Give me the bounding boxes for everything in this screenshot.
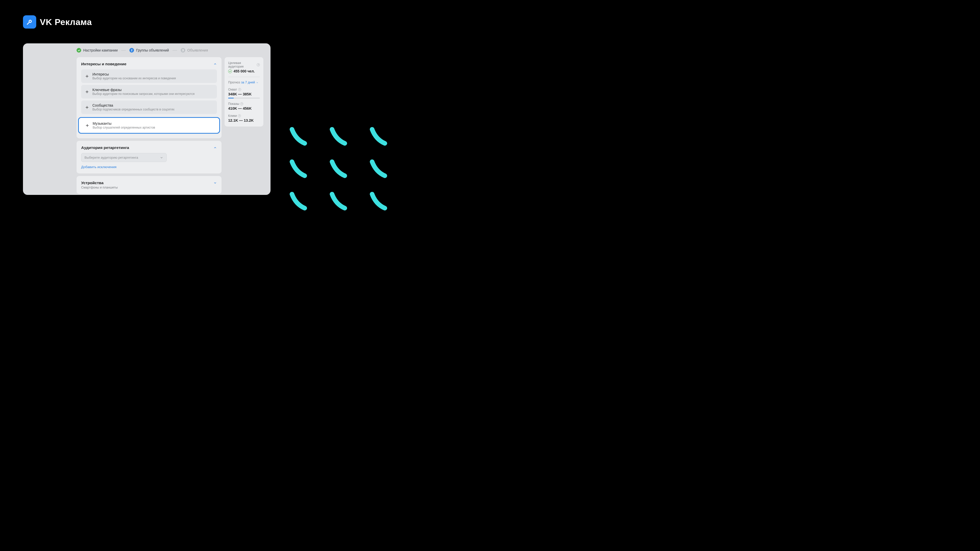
card-title: Интересы и поведение bbox=[81, 62, 126, 66]
stats-card: Целевая аудитория ? 455 000 чел. Прогноз… bbox=[224, 57, 263, 127]
collapse-toggle[interactable] bbox=[213, 146, 217, 149]
step-divider bbox=[172, 50, 177, 51]
audience-value: 455 000 чел. bbox=[234, 69, 255, 73]
help-icon[interactable]: ? bbox=[240, 102, 243, 105]
option-title: Ключевые фразы bbox=[92, 88, 194, 92]
svg-line-2 bbox=[27, 23, 29, 24]
option-desc: Выбор подписчиков определенных сообществ… bbox=[92, 108, 175, 111]
card-title: Устройства bbox=[81, 181, 103, 185]
card-title: Аудитория ретаргетинга bbox=[81, 145, 129, 150]
step-ads[interactable]: 3 Объявления bbox=[181, 48, 208, 52]
expand-toggle[interactable] bbox=[213, 181, 217, 185]
reach-value: 348K — 385K bbox=[228, 92, 260, 96]
step-label: Настройки кампании bbox=[83, 48, 118, 52]
option-desc: Выбор аудитории по поисковым запросам, к… bbox=[92, 92, 194, 96]
option-interests[interactable]: Интересы Выбор аудитории на основании их… bbox=[81, 69, 217, 83]
add-exclusion-link[interactable]: Добавить исключения bbox=[81, 165, 217, 169]
reach-label: Охват ? bbox=[228, 88, 260, 91]
interests-card: Интересы и поведение Интересы Выбор ауди… bbox=[76, 57, 221, 138]
chevron-down-icon bbox=[256, 81, 259, 84]
option-desc: Выбор аудитории на основании их интересо… bbox=[92, 76, 176, 80]
logo-text: VK Реклама bbox=[40, 17, 92, 27]
option-desc: Выбор слушателей определенных артистов bbox=[93, 126, 155, 129]
step-campaign-settings[interactable]: Настройки кампании bbox=[76, 48, 118, 52]
collapse-toggle[interactable] bbox=[213, 62, 217, 66]
option-title: Музыканты bbox=[93, 121, 155, 125]
logo: VK Реклама bbox=[23, 15, 92, 29]
plus-icon bbox=[85, 74, 89, 79]
select-placeholder: Выберите аудиторию ретаргетинга bbox=[84, 156, 138, 159]
help-icon[interactable]: ? bbox=[257, 63, 260, 66]
svg-point-1 bbox=[30, 21, 31, 22]
option-musicians[interactable]: Музыканты Выбор слушателей определенных … bbox=[78, 117, 220, 134]
help-icon[interactable]: ? bbox=[238, 114, 241, 118]
help-icon[interactable]: ? bbox=[238, 88, 241, 91]
audience-label: Целевая аудитория ? bbox=[228, 61, 260, 68]
retargeting-select[interactable]: Выберите аудиторию ретаргетинга bbox=[81, 153, 167, 162]
forecast-row[interactable]: Прогноз за 7 дней bbox=[228, 81, 260, 84]
step-label: Объявления bbox=[187, 48, 208, 52]
check-icon bbox=[228, 69, 232, 73]
chevron-down-icon bbox=[160, 156, 163, 159]
decorative-waves bbox=[280, 121, 392, 218]
vk-ads-logo-icon bbox=[23, 15, 36, 29]
main-panel: Настройки кампании 2 Группы объявлений 3… bbox=[23, 43, 270, 195]
step-divider bbox=[121, 50, 126, 51]
option-keywords[interactable]: Ключевые фразы Выбор аудитории по поиско… bbox=[81, 85, 217, 98]
card-sub: Смартфоны и планшеты bbox=[81, 186, 217, 189]
retargeting-card: Аудитория ретаргетинга Выберите аудитори… bbox=[76, 141, 221, 173]
option-communities[interactable]: Сообщества Выбор подписчиков определенны… bbox=[81, 100, 217, 114]
plus-icon bbox=[85, 89, 89, 94]
reach-bar bbox=[228, 98, 260, 98]
plus-icon bbox=[85, 105, 89, 110]
impressions-label: Показы ? bbox=[228, 102, 260, 106]
devices-card[interactable]: Устройства Смартфоны и планшеты bbox=[76, 176, 221, 194]
step-label: Группы объявлений bbox=[136, 48, 169, 52]
clicks-label: Клики ? bbox=[228, 114, 260, 118]
option-title: Интересы bbox=[92, 72, 176, 76]
clicks-value: 12.1K — 13.2K bbox=[228, 118, 260, 122]
step-ad-groups[interactable]: 2 Группы объявлений bbox=[129, 48, 169, 52]
plus-icon bbox=[85, 123, 89, 128]
impressions-value: 410K — 456K bbox=[228, 106, 260, 110]
option-title: Сообщества bbox=[92, 103, 175, 107]
stepper: Настройки кампании 2 Группы объявлений 3… bbox=[23, 43, 270, 57]
